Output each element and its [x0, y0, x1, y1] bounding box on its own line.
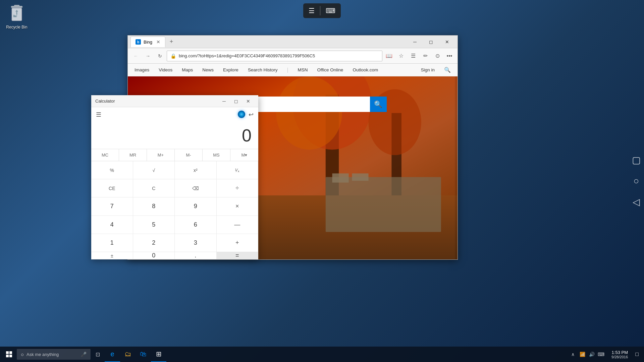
taskbar-store-app[interactable]: 🛍: [136, 347, 151, 362]
sqrt-button[interactable]: √: [133, 161, 175, 179]
search-circle-icon: ○: [21, 352, 24, 357]
nav-news[interactable]: News: [202, 65, 214, 75]
refresh-button[interactable]: ↻: [155, 51, 165, 61]
mem-clear-button[interactable]: MC: [91, 149, 119, 161]
nav-videos[interactable]: Videos: [159, 65, 172, 75]
tray-expand-icon[interactable]: ∧: [569, 350, 577, 359]
explorer-icon: 🗂: [124, 350, 131, 358]
taskbar-calculator-app[interactable]: ⊞: [151, 347, 166, 362]
bing-search-button[interactable]: 🔍: [370, 97, 387, 112]
task-view-button[interactable]: ⊡: [91, 347, 105, 361]
sign-in-button[interactable]: Sign in: [421, 67, 435, 72]
calc-minimize-button[interactable]: ─: [218, 96, 230, 106]
mem-minus-button[interactable]: M-: [175, 149, 203, 161]
nav-maps[interactable]: Maps: [182, 65, 193, 75]
calc-maximize-button[interactable]: ◻: [230, 96, 242, 106]
maximize-button[interactable]: ◻: [423, 37, 439, 47]
add-button[interactable]: +: [217, 234, 259, 252]
keyboard-button[interactable]: ⌨: [326, 7, 335, 15]
subtract-button[interactable]: —: [217, 216, 259, 234]
backspace-button[interactable]: ⌫: [175, 179, 217, 197]
mem-recall-button[interactable]: MR: [119, 149, 147, 161]
calculator-history-button[interactable]: ↩: [249, 111, 254, 118]
mem-store-button[interactable]: MS: [203, 149, 230, 161]
nav-separator: |: [287, 67, 288, 73]
svg-rect-13: [6, 351, 9, 354]
nav-search-history[interactable]: Search History: [248, 65, 278, 75]
circle-icon[interactable]: ○: [634, 176, 639, 186]
store-icon: 🛍: [140, 350, 147, 358]
more-icon[interactable]: •••: [444, 51, 455, 61]
square-button[interactable]: x²: [175, 161, 217, 179]
volume-icon[interactable]: 🔊: [587, 350, 596, 359]
hamburger-button[interactable]: ☰: [309, 7, 315, 15]
security-icon: 🔒: [170, 53, 176, 59]
network-icon[interactable]: 📶: [578, 350, 587, 359]
zero-button[interactable]: 0: [133, 252, 175, 259]
forward-button[interactable]: →: [143, 51, 153, 61]
taskbar-explorer-app[interactable]: 🗂: [120, 347, 136, 362]
nav-outlook[interactable]: Outlook.com: [353, 65, 378, 75]
four-button[interactable]: 4: [91, 216, 133, 234]
svg-rect-16: [9, 355, 12, 357]
nav-msn[interactable]: MSN: [298, 65, 308, 75]
multiply-button[interactable]: ×: [217, 197, 259, 216]
right-side-icons: ▢ ○ ◁: [632, 155, 641, 207]
one-button[interactable]: 1: [91, 234, 133, 252]
five-button[interactable]: 5: [133, 216, 175, 234]
calculator-menu-button[interactable]: ☰: [96, 111, 101, 118]
percent-button[interactable]: %: [91, 161, 133, 179]
clear-button[interactable]: C: [133, 179, 175, 197]
svg-rect-1: [14, 5, 19, 6]
hub-icon[interactable]: ☰: [408, 51, 419, 61]
decimal-button[interactable]: .: [175, 252, 217, 259]
favorites-icon[interactable]: ☆: [396, 51, 407, 61]
tab-close-button[interactable]: ✕: [156, 39, 160, 45]
svg-rect-12: [352, 173, 368, 181]
reciprocal-button[interactable]: ¹⁄ₓ: [217, 161, 259, 179]
share-icon[interactable]: ⊙: [432, 51, 443, 61]
back-icon[interactable]: ◁: [633, 196, 640, 207]
nav-images[interactable]: Images: [135, 65, 149, 75]
calculator-memory-row: MC MR M+ M- MS M▾: [91, 149, 258, 161]
toolbar-divider: [320, 6, 320, 15]
hamburger-icon: ☰: [309, 7, 315, 15]
negate-button[interactable]: ±: [91, 252, 133, 259]
notification-center-button[interactable]: □: [631, 347, 643, 362]
nav-office-online[interactable]: Office Online: [317, 65, 343, 75]
two-button[interactable]: 2: [133, 234, 175, 252]
system-tray: ∧ 📶 🔊 ⌨: [566, 350, 608, 359]
browser-tab[interactable]: b Bing ✕: [130, 37, 165, 47]
search-globe-icon[interactable]: 🔍: [444, 67, 451, 73]
taskbar-search[interactable]: ○ Ask me anything 🎤: [17, 349, 91, 360]
reading-view-icon[interactable]: 📖: [384, 51, 394, 61]
six-button[interactable]: 6: [175, 216, 217, 234]
clear-entry-button[interactable]: CE: [91, 179, 133, 197]
microphone-icon[interactable]: 🎤: [81, 352, 87, 357]
divide-button[interactable]: ÷: [217, 179, 259, 197]
browser-scrollbar[interactable]: [455, 76, 458, 259]
recycle-bin[interactable]: Recycle Bin: [3, 3, 30, 29]
start-button[interactable]: [1, 347, 17, 362]
address-box[interactable]: 🔒 bing.com/?toHttps=1&redig=4E0F3CC4349F…: [167, 51, 382, 61]
new-tab-button[interactable]: +: [167, 37, 176, 47]
taskbar-edge-app[interactable]: e: [105, 347, 120, 362]
nine-button[interactable]: 9: [175, 197, 217, 216]
nav-explore[interactable]: Explore: [223, 65, 238, 75]
keyboard-layout-icon[interactable]: ⌨: [597, 350, 605, 359]
eight-button[interactable]: 8: [133, 197, 175, 216]
window-controls: ─ ◻ ✕: [407, 37, 455, 47]
svg-rect-14: [9, 351, 12, 354]
three-button[interactable]: 3: [175, 234, 217, 252]
seven-button[interactable]: 7: [91, 197, 133, 216]
back-button[interactable]: ←: [130, 51, 141, 61]
square-icon[interactable]: ▢: [632, 155, 641, 166]
close-button[interactable]: ✕: [439, 37, 455, 47]
equals-button[interactable]: =: [217, 252, 259, 259]
calc-close-button[interactable]: ✕: [242, 96, 254, 106]
taskbar-clock[interactable]: 1:53 PM 9/28/2016: [608, 350, 631, 359]
mem-dropdown-button[interactable]: M▾: [230, 149, 258, 161]
mem-plus-button[interactable]: M+: [147, 149, 175, 161]
minimize-button[interactable]: ─: [407, 37, 423, 47]
notes-icon[interactable]: ✏: [420, 51, 431, 61]
